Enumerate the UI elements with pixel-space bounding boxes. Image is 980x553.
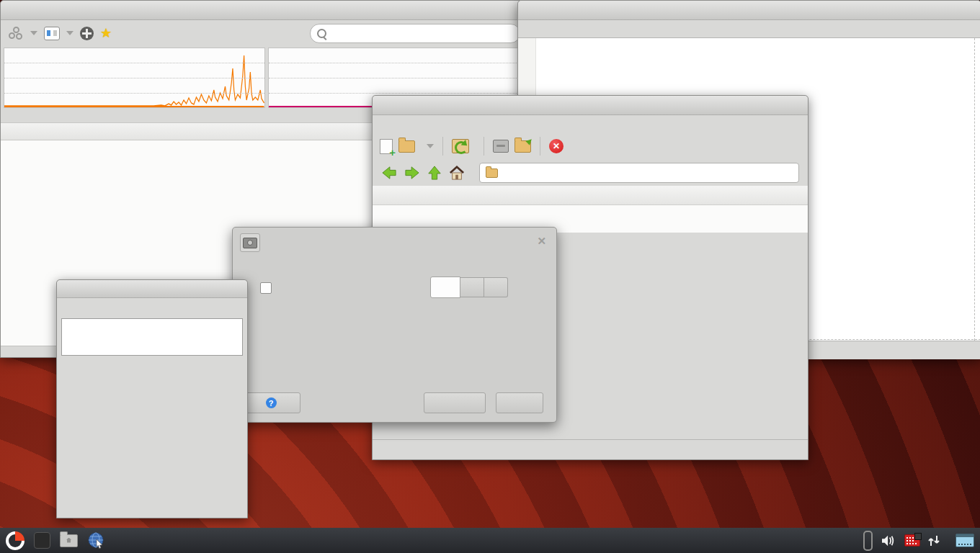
close-icon[interactable]: ✕ — [537, 235, 546, 248]
archive-toolbar: ✕ — [373, 132, 808, 160]
cancel-button[interactable] — [424, 392, 486, 413]
search-icon — [317, 29, 326, 38]
capture-pointer-option[interactable] — [260, 282, 279, 294]
open-folder-icon[interactable] — [398, 140, 415, 153]
desktop: ★ — [0, 0, 980, 553]
archive-statusbar — [373, 439, 808, 459]
virtual-keyboard-icon[interactable] — [904, 534, 920, 547]
minios-menu-icon[interactable] — [6, 531, 24, 550]
toolbar-separator — [540, 137, 540, 156]
chevron-down-icon[interactable] — [66, 31, 74, 35]
decrement-button[interactable] — [460, 277, 484, 297]
archive-titlebar[interactable] — [373, 96, 808, 115]
open-location-icon[interactable] — [514, 140, 531, 153]
network-traffic-icon[interactable] — [928, 534, 940, 547]
toolbar-separator — [484, 137, 484, 156]
ok-button[interactable] — [496, 392, 543, 413]
help-icon: ? — [266, 397, 277, 408]
galculator-titlebar[interactable] — [57, 280, 247, 298]
volume-icon[interactable] — [881, 534, 896, 547]
identify-window-icon[interactable] — [80, 27, 94, 40]
show-desktop-icon[interactable] — [956, 534, 974, 547]
increment-button[interactable] — [484, 277, 508, 297]
indicator-pill-icon[interactable] — [863, 531, 873, 551]
camera-iconbox — [240, 233, 260, 252]
right-margin-guide — [974, 38, 975, 341]
forward-icon[interactable] — [404, 166, 420, 180]
cpu-graph — [4, 48, 265, 108]
location-input[interactable] — [479, 163, 799, 183]
dialog-header[interactable]: ✕ — [233, 228, 556, 256]
extract-icon[interactable] — [452, 139, 469, 153]
calculator-display — [61, 318, 243, 356]
task-manager-titlebar[interactable] — [1, 1, 532, 20]
star-icon[interactable]: ★ — [100, 27, 112, 40]
delay-value-input[interactable] — [430, 276, 460, 298]
chevron-down-icon[interactable] — [30, 31, 37, 35]
stop-icon[interactable]: ✕ — [549, 139, 564, 153]
toolbar-separator — [442, 137, 443, 156]
back-icon[interactable] — [381, 166, 397, 180]
galculator-menubar — [57, 298, 247, 315]
camera-icon — [243, 238, 257, 248]
launchers — [0, 531, 111, 550]
process-settings-icon[interactable] — [8, 26, 24, 40]
home-icon[interactable] — [449, 166, 465, 180]
file-manager-icon[interactable] — [60, 534, 78, 547]
dialog-title — [233, 228, 556, 231]
new-archive-icon[interactable] — [380, 139, 393, 154]
web-browser-icon[interactable] — [87, 531, 105, 549]
mousepad-titlebar[interactable] — [518, 1, 980, 20]
galculator-window — [56, 279, 248, 518]
system-tray — [855, 528, 974, 553]
chevron-down-icon[interactable] — [427, 144, 434, 148]
mousepad-menubar — [518, 20, 980, 37]
search-input[interactable] — [310, 24, 520, 43]
archive-navbar — [373, 160, 808, 186]
archive-properties-icon[interactable] — [493, 140, 509, 153]
folder-icon — [486, 168, 498, 178]
taskbar — [0, 528, 980, 553]
task-manager-toolbar: ★ — [1, 20, 532, 46]
archive-menubar — [373, 115, 808, 132]
archive-columns — [373, 186, 808, 205]
terminal-icon[interactable] — [34, 532, 50, 549]
help-button[interactable]: ? — [246, 392, 300, 413]
checkbox-icon[interactable] — [260, 282, 272, 294]
delay-spinner — [430, 276, 515, 298]
up-icon[interactable] — [427, 165, 442, 181]
screenshot-dialog: ✕ ? — [232, 227, 557, 423]
view-columns-icon[interactable] — [44, 27, 60, 40]
